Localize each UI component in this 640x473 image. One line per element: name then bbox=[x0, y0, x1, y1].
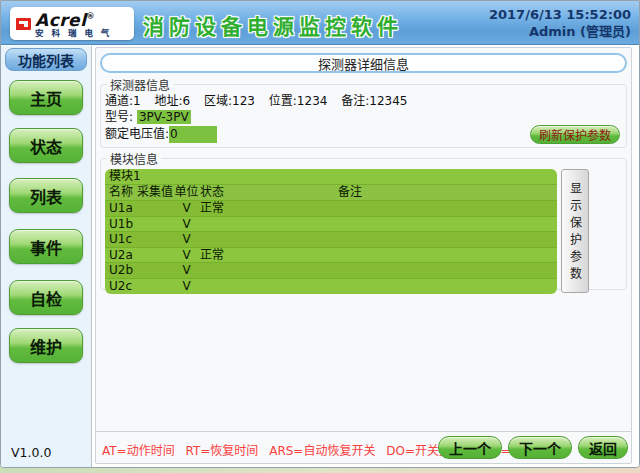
cell-note bbox=[338, 248, 557, 263]
app-title: 消防设备电源监控软件 bbox=[143, 10, 403, 40]
table-row: U1b V bbox=[105, 217, 557, 233]
cell-status bbox=[200, 217, 338, 232]
cell-name: U2c bbox=[109, 279, 137, 295]
cell-unit: V bbox=[173, 263, 200, 278]
col-note: 备注 bbox=[338, 185, 557, 200]
cell-status bbox=[200, 279, 338, 295]
detector-fields: 通道:1 地址:6 区域:123 位置:1234 备注:12345 bbox=[105, 94, 622, 109]
cell-value bbox=[137, 248, 173, 263]
sidebar-item-maintenance[interactable]: 维护 bbox=[9, 328, 83, 363]
refresh-protection-params-button[interactable]: 刷新保护参数 bbox=[530, 125, 620, 144]
sidebar-item-selfcheck[interactable]: 自检 bbox=[9, 280, 83, 315]
sidebar: 功能列表 主页 状态 列表 事件 自检 维护 V1.0.0 bbox=[1, 46, 92, 467]
legend-at: AT=动作时间 bbox=[102, 444, 175, 458]
main-area: 探测器详细信息 探测器信息 通道:1 地址:6 区域:123 位置:1234 备… bbox=[93, 46, 639, 467]
cell-note bbox=[338, 279, 557, 295]
table-row: U1c V bbox=[105, 232, 557, 248]
acrel-logo: Acrel® 安 科 瑞 电 气 bbox=[10, 7, 134, 40]
registered-mark: ® bbox=[86, 12, 95, 21]
detector-zone: 区域:123 bbox=[204, 94, 255, 108]
app-header: Acrel® 安 科 瑞 电 气 消防设备电源监控软件 2017/6/13 15… bbox=[1, 1, 639, 45]
cell-status: 正常 bbox=[200, 248, 338, 263]
acrel-logo-text: Acrel® 安 科 瑞 电 气 bbox=[35, 9, 112, 38]
table-row: U2b V bbox=[105, 263, 557, 279]
cell-note bbox=[338, 201, 557, 216]
cell-name: U1a bbox=[109, 201, 137, 216]
cell-value bbox=[137, 279, 173, 295]
cell-value bbox=[137, 217, 173, 232]
cell-value bbox=[137, 232, 173, 247]
page-title: 探测器详细信息 bbox=[100, 53, 627, 73]
sidebar-item-status[interactable]: 状态 bbox=[9, 128, 83, 163]
cell-unit: V bbox=[173, 201, 200, 216]
cell-status: 正常 bbox=[200, 201, 338, 216]
datetime-label: 2017/6/13 15:52:00 bbox=[489, 6, 631, 23]
cell-note bbox=[338, 232, 557, 247]
table-row: U2c V bbox=[105, 279, 557, 295]
header-status-area: 2017/6/13 15:52:00 Admin (管理员) bbox=[489, 6, 631, 40]
col-unit: 单位 bbox=[173, 185, 200, 200]
module-wrap: 模块1 名称 采集值 单位 状态 备注 U1a V 正常 bbox=[105, 168, 622, 294]
acrel-logo-icon bbox=[16, 18, 31, 30]
next-button[interactable]: 下一个 bbox=[508, 436, 572, 459]
cell-name: U1c bbox=[109, 232, 137, 247]
module-title-row: 模块1 bbox=[105, 169, 557, 185]
table-header-row: 名称 采集值 单位 状态 备注 bbox=[105, 185, 557, 201]
table-row: U1a V 正常 bbox=[105, 201, 557, 217]
sidebar-item-home[interactable]: 主页 bbox=[9, 80, 83, 115]
cell-value bbox=[137, 263, 173, 278]
app-window: Acrel® 安 科 瑞 电 气 消防设备电源监控软件 2017/6/13 15… bbox=[0, 0, 640, 468]
cell-unit: V bbox=[173, 232, 200, 247]
voltage-value: 0 bbox=[169, 126, 217, 143]
module-table: 模块1 名称 采集值 单位 状态 备注 U1a V 正常 bbox=[105, 169, 557, 294]
current-user-label: Admin (管理员) bbox=[489, 23, 631, 40]
cell-name: U2b bbox=[109, 263, 137, 278]
brand-subtitle: 安 科 瑞 电 气 bbox=[35, 28, 112, 38]
cell-value bbox=[137, 201, 173, 216]
module-info-legend: 模块信息 bbox=[107, 150, 161, 167]
sidebar-header: 功能列表 bbox=[5, 48, 87, 71]
model-value: 3PV-3PV bbox=[137, 110, 191, 124]
detector-info-group: 探测器信息 通道:1 地址:6 区域:123 位置:1234 备注:12345 … bbox=[100, 76, 627, 148]
cell-unit: V bbox=[173, 248, 200, 263]
sidebar-item-list[interactable]: 列表 bbox=[9, 178, 83, 213]
detector-info-legend: 探测器信息 bbox=[107, 76, 173, 93]
cell-status bbox=[200, 232, 338, 247]
app-version: V1.0.0 bbox=[11, 445, 51, 460]
cell-name: U1b bbox=[109, 217, 137, 232]
cell-note bbox=[338, 217, 557, 232]
footer-bar: AT=动作时间 RT=恢复时间 ARS=自动恢复开关 DO=开关量输出 PS=保… bbox=[96, 431, 631, 463]
back-button[interactable]: 返回 bbox=[578, 436, 628, 459]
model-label: 型号: bbox=[105, 110, 133, 124]
brand-name: Acrel bbox=[35, 10, 86, 30]
detector-address: 地址:6 bbox=[155, 94, 191, 108]
col-value: 采集值 bbox=[137, 185, 173, 200]
legend-ars: ARS=自动恢复开关 bbox=[269, 444, 375, 458]
cell-note bbox=[338, 263, 557, 278]
footer-buttons: 上一个 下一个 返回 bbox=[438, 436, 628, 459]
previous-button[interactable]: 上一个 bbox=[438, 436, 502, 459]
cell-name: U2a bbox=[109, 248, 137, 263]
detector-note: 备注:12345 bbox=[341, 94, 407, 108]
col-name: 名称 bbox=[109, 185, 137, 200]
cell-unit: V bbox=[173, 279, 200, 295]
voltage-label: 额定电压值: bbox=[105, 127, 169, 141]
cell-status bbox=[200, 263, 338, 278]
table-row: U2a V 正常 bbox=[105, 248, 557, 264]
model-line: 型号: 3PV-3PV bbox=[105, 109, 622, 126]
legend-rt: RT=恢复时间 bbox=[186, 444, 259, 458]
main-panel: 探测器详细信息 探测器信息 通道:1 地址:6 区域:123 位置:1234 备… bbox=[95, 47, 632, 464]
show-protection-params-button[interactable]: 显示保护参数 bbox=[561, 169, 589, 293]
voltage-line: 额定电压值:0 刷新保护参数 bbox=[105, 126, 622, 143]
sidebar-item-events[interactable]: 事件 bbox=[9, 229, 83, 264]
detector-channel: 通道:1 bbox=[105, 94, 141, 108]
col-status: 状态 bbox=[200, 185, 338, 200]
module-info-group: 模块信息 模块1 名称 采集值 单位 状态 备注 U1a bbox=[100, 150, 627, 290]
detector-position: 位置:1234 bbox=[269, 94, 328, 108]
cell-unit: V bbox=[173, 217, 200, 232]
